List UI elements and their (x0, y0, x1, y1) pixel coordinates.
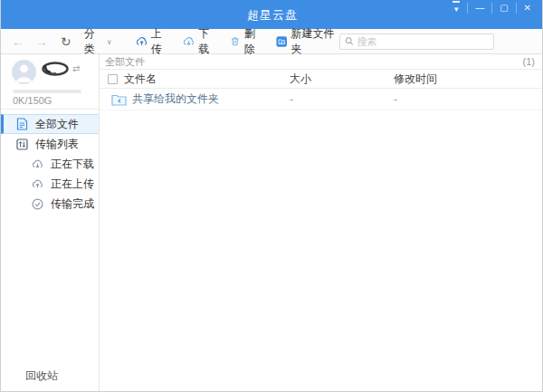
storage-progressbar (13, 90, 81, 93)
sidebar-item-label: 正在下载 (51, 157, 94, 172)
menu-dropdown-icon: ▼ (452, 1, 460, 16)
toolbar: ← → ↻ 分类 ∨ 上传 下载 删除 (1, 29, 543, 54)
cloud-upload-icon (136, 35, 148, 47)
category-dropdown[interactable]: 分类 ∨ (84, 26, 112, 57)
sidebar-item-transfer-list[interactable]: 传输列表 (1, 134, 99, 154)
sidebar-item-label: 全部文件 (35, 117, 79, 132)
sidebar: ⇄ 0K/150G 全部文件 传输列表 (1, 54, 100, 392)
back-icon[interactable]: ← (12, 34, 24, 49)
sidebar-nav: 全部文件 传输列表 正在下载 (1, 114, 99, 214)
switch-account-icon[interactable]: ⇄ (72, 63, 80, 73)
sidebar-item-downloading[interactable]: 正在下载 (1, 154, 99, 174)
column-header-modified[interactable]: 修改时间 (394, 72, 543, 87)
storage-usage: 0K/150G (13, 95, 52, 106)
cloud-up-icon (32, 177, 44, 190)
table-header: 文件名 大小 修改时间 (100, 70, 543, 89)
person-icon (12, 60, 36, 84)
avatar[interactable] (12, 60, 36, 84)
delete-button[interactable]: 删除 (230, 26, 263, 57)
maximize-button[interactable]: ▢ (492, 0, 515, 16)
forward-icon[interactable]: → (35, 34, 48, 49)
file-modified: - (394, 93, 543, 106)
window-title: 超星云盘 (247, 7, 298, 24)
sidebar-item-all-files[interactable]: 全部文件 (1, 114, 99, 134)
close-button[interactable]: ✕ (517, 0, 538, 16)
trash-icon (230, 35, 240, 47)
search-input[interactable] (357, 36, 489, 47)
select-all-checkbox[interactable] (108, 74, 118, 84)
refresh-icon[interactable]: ↻ (61, 34, 71, 49)
breadcrumb-row: 全部文件 (1) (100, 54, 543, 70)
app-window: { "window": { "title": "超星云盘", "controls… (0, 0, 543, 392)
search-icon (345, 36, 354, 46)
category-label: 分类 (84, 26, 103, 57)
download-button[interactable]: 下载 (183, 26, 217, 57)
chevron-down-icon: ∨ (107, 38, 112, 46)
cloud-download-icon (183, 35, 195, 47)
main-panel: 全部文件 (1) 文件名 大小 修改时间 共享给我的文件夹 - - (100, 54, 543, 392)
sidebar-item-label: 正在上传 (51, 177, 94, 192)
breadcrumb[interactable]: 全部文件 (105, 55, 145, 69)
column-header-name[interactable]: 文件名 (124, 72, 157, 87)
table-row[interactable]: 共享给我的文件夹 - - (100, 89, 543, 110)
upload-button[interactable]: 上传 (136, 26, 170, 57)
shared-folder-icon (111, 93, 127, 106)
document-icon (16, 118, 29, 130)
title-bar: 超星云盘 ▼ — ▢ ✕ (1, 0, 543, 29)
file-size: - (290, 93, 394, 106)
column-header-size[interactable]: 大小 (290, 72, 394, 87)
delete-label: 删除 (244, 26, 263, 57)
download-label: 下载 (198, 26, 217, 57)
search-box[interactable] (339, 33, 494, 50)
file-name[interactable]: 共享给我的文件夹 (132, 91, 219, 107)
minimize-button[interactable]: — (468, 0, 491, 16)
window-controls: ▼ — ▢ ✕ (445, 0, 538, 16)
cloud-down-icon (32, 158, 44, 170)
sidebar-item-label: 传输列表 (35, 137, 79, 152)
redacted-username (42, 62, 69, 76)
new-folder-button[interactable]: 新建文件夹 (276, 26, 339, 57)
sidebar-item-completed[interactable]: 传输完成 (1, 194, 99, 214)
window-menu-button[interactable]: ▼ (445, 0, 467, 18)
sidebar-item-recycle-bin[interactable]: 回收站 (25, 368, 58, 384)
sidebar-item-uploading[interactable]: 正在上传 (1, 174, 99, 194)
sidebar-item-label: 传输完成 (51, 196, 94, 212)
upload-label: 上传 (151, 26, 170, 57)
new-folder-icon (276, 35, 287, 48)
item-count: (1) (523, 56, 535, 67)
new-folder-label: 新建文件夹 (291, 26, 338, 57)
user-panel: ⇄ 0K/150G (1, 54, 99, 110)
transfer-icon (16, 138, 29, 150)
check-circle-icon (32, 197, 44, 210)
toolbar-actions: 上传 下载 删除 新建文件夹 (136, 26, 339, 57)
